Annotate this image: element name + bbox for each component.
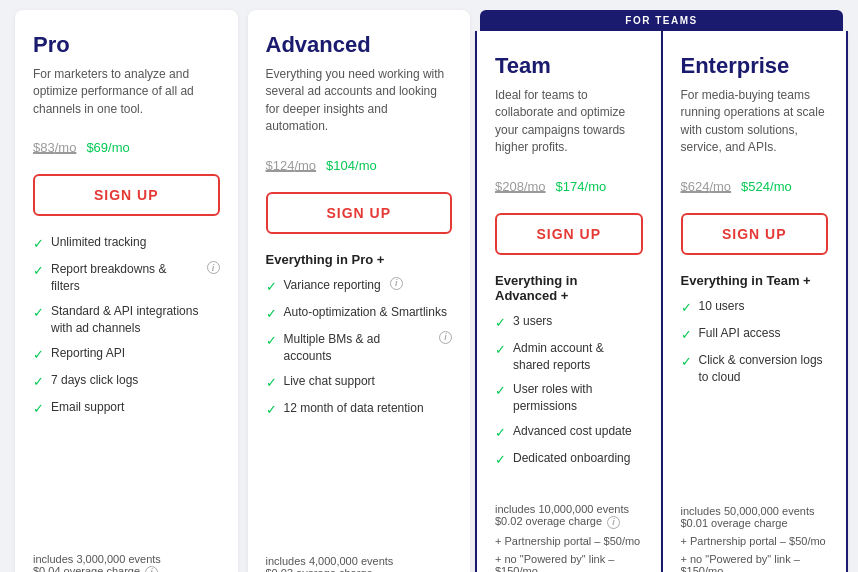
addon-enterprise-2: + no "Powered by" link – $150/mo	[681, 553, 829, 572]
section-label-advanced: Everything in Pro +	[266, 252, 453, 267]
section-label-enterprise: Everything in Team +	[681, 273, 829, 288]
check-icon: ✓	[266, 332, 277, 350]
feature-list-pro: ✓Unlimited tracking ✓Report breakdowns &…	[33, 234, 220, 527]
feature-item: ✓12 month of data retention	[266, 400, 453, 419]
check-icon: ✓	[33, 400, 44, 418]
plan-name-enterprise: Enterprise	[681, 53, 829, 79]
includes-enterprise: includes 50,000,000 events $0.01 overage…	[681, 495, 829, 529]
plan-desc-pro: For marketers to analyze and optimize pe…	[33, 66, 220, 118]
feature-list-advanced: ✓Variance reportingi ✓Auto-optimization …	[266, 277, 453, 529]
check-icon: ✓	[495, 314, 506, 332]
feature-item: ✓Full API access	[681, 325, 829, 344]
check-icon: ✓	[266, 278, 277, 296]
price-row-pro: $83/mo $69/mo	[33, 132, 220, 158]
feature-list-enterprise: ✓10 users ✓Full API access ✓Click & conv…	[681, 298, 829, 479]
price-old-advanced: $124/mo	[266, 150, 317, 176]
feature-item: ✓Report breakdowns & filtersi	[33, 261, 220, 295]
check-icon: ✓	[33, 262, 44, 280]
feature-item: ✓Multiple BMs & ad accountsi	[266, 331, 453, 365]
for-teams-badge: FOR TEAMS	[480, 10, 843, 31]
price-new-enterprise: $524/mo	[741, 171, 792, 197]
info-icon[interactable]: i	[607, 516, 620, 529]
price-old-team: $208/mo	[495, 171, 546, 197]
price-new-pro: $69/mo	[86, 132, 129, 158]
check-icon: ✓	[681, 299, 692, 317]
feature-item: ✓Click & conversion logs to cloud	[681, 352, 829, 386]
feature-item: ✓10 users	[681, 298, 829, 317]
signup-button-enterprise[interactable]: SIGN UP	[681, 213, 829, 255]
feature-item: ✓Reporting API	[33, 345, 220, 364]
includes-pro: includes 3,000,000 events $0.04 overage …	[33, 543, 220, 572]
price-row-enterprise: $624/mo $524/mo	[681, 171, 829, 197]
feature-list-team: ✓3 users ✓Admin account & shared reports…	[495, 313, 643, 478]
check-icon: ✓	[33, 346, 44, 364]
info-icon[interactable]: i	[439, 331, 452, 344]
info-icon[interactable]: i	[207, 261, 220, 274]
signup-button-pro[interactable]: SIGN UP	[33, 174, 220, 216]
plan-card-enterprise: Enterprise For media-buying teams runnin…	[662, 31, 849, 572]
feature-item: ✓Admin account & shared reports	[495, 340, 643, 374]
check-icon: ✓	[681, 326, 692, 344]
plan-desc-enterprise: For media-buying teams running operation…	[681, 87, 829, 157]
check-icon: ✓	[33, 304, 44, 322]
plan-card-team: Team Ideal for teams to collaborate and …	[475, 31, 662, 572]
feature-item: ✓Unlimited tracking	[33, 234, 220, 253]
feature-item: ✓7 days click logs	[33, 372, 220, 391]
signup-button-advanced[interactable]: SIGN UP	[266, 192, 453, 234]
feature-item: ✓Variance reportingi	[266, 277, 453, 296]
feature-item: ✓Standard & API integrations with ad cha…	[33, 303, 220, 337]
info-icon[interactable]: i	[390, 277, 403, 290]
feature-item: ✓Dedicated onboarding	[495, 450, 643, 469]
price-old-pro: $83/mo	[33, 132, 76, 158]
plan-desc-team: Ideal for teams to collaborate and optim…	[495, 87, 643, 157]
price-new-advanced: $104/mo	[326, 150, 377, 176]
check-icon: ✓	[266, 401, 277, 419]
check-icon: ✓	[495, 382, 506, 400]
plan-desc-advanced: Everything you need working with several…	[266, 66, 453, 136]
addon-team-1: + Partnership portal – $50/mo	[495, 535, 643, 547]
section-label-team: Everything in Advanced +	[495, 273, 643, 303]
check-icon: ✓	[33, 235, 44, 253]
feature-item: ✓Advanced cost update	[495, 423, 643, 442]
price-new-team: $174/mo	[556, 171, 607, 197]
plan-name-advanced: Advanced	[266, 32, 453, 58]
price-old-enterprise: $624/mo	[681, 171, 732, 197]
check-icon: ✓	[33, 373, 44, 391]
feature-item: ✓Email support	[33, 399, 220, 418]
price-row-advanced: $124/mo $104/mo	[266, 150, 453, 176]
check-icon: ✓	[266, 374, 277, 392]
team-cards-row: Team Ideal for teams to collaborate and …	[475, 31, 848, 572]
check-icon: ✓	[495, 424, 506, 442]
check-icon: ✓	[266, 305, 277, 323]
feature-item: ✓Live chat support	[266, 373, 453, 392]
team-wrapper: FOR TEAMS Team Ideal for teams to collab…	[475, 10, 848, 572]
plan-card-pro: Pro For marketers to analyze and optimiz…	[15, 10, 238, 572]
feature-item: ✓User roles with permissions	[495, 381, 643, 415]
check-icon: ✓	[681, 353, 692, 371]
plan-name-team: Team	[495, 53, 643, 79]
feature-item: ✓3 users	[495, 313, 643, 332]
pricing-container: Pro For marketers to analyze and optimiz…	[10, 10, 848, 572]
includes-advanced: includes 4,000,000 events $0.03 overage …	[266, 545, 453, 572]
check-icon: ✓	[495, 451, 506, 469]
addon-team-2: + no "Powered by" link – $150/mo	[495, 553, 643, 572]
plan-card-advanced: Advanced Everything you need working wit…	[248, 10, 471, 572]
plan-name-pro: Pro	[33, 32, 220, 58]
signup-button-team[interactable]: SIGN UP	[495, 213, 643, 255]
addon-enterprise-1: + Partnership portal – $50/mo	[681, 535, 829, 547]
feature-item: ✓Auto-optimization & Smartlinks	[266, 304, 453, 323]
includes-team: includes 10,000,000 events $0.02 overage…	[495, 493, 643, 529]
info-icon[interactable]: i	[145, 566, 158, 572]
check-icon: ✓	[495, 341, 506, 359]
price-row-team: $208/mo $174/mo	[495, 171, 643, 197]
